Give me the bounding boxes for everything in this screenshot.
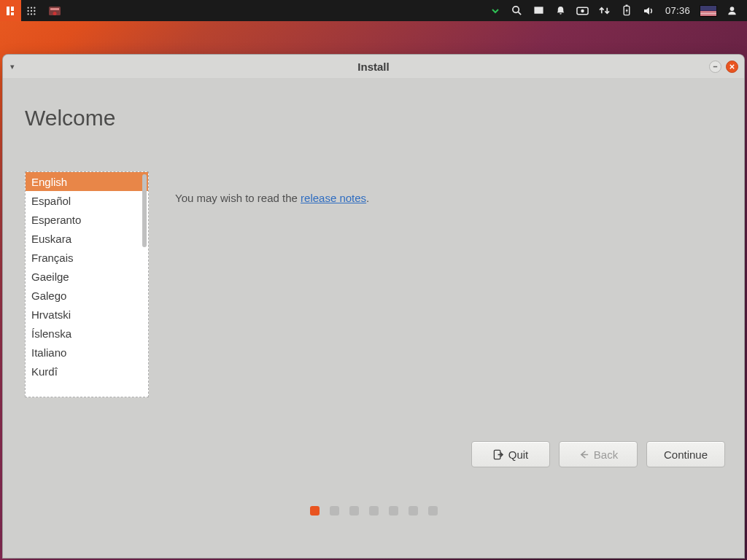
exit-icon (493, 449, 504, 460)
svg-point-5 (34, 7, 35, 8)
camera-icon[interactable] (576, 0, 589, 21)
back-button-label: Back (594, 448, 618, 461)
language-option[interactable]: Hrvatski (26, 305, 148, 324)
svg-point-19 (581, 9, 585, 12)
wizard-step-dot (409, 506, 418, 516)
window-titlebar: ▾ Install (3, 55, 744, 78)
language-option[interactable]: Íslenska (26, 324, 148, 343)
battery-icon[interactable] (620, 0, 633, 21)
svg-point-7 (31, 9, 32, 11)
system-top-bar: 07:36 (0, 0, 747, 21)
wizard-progress-dots (3, 506, 744, 516)
svg-rect-1 (11, 7, 14, 11)
svg-point-9 (27, 13, 28, 15)
notes-suffix: . (366, 192, 369, 204)
svg-point-15 (513, 7, 519, 12)
release-notes-link[interactable]: release notes (301, 192, 366, 204)
svg-rect-17 (535, 7, 543, 13)
keyboard-layout-flag[interactable] (700, 0, 716, 21)
svg-point-4 (31, 7, 32, 8)
svg-rect-14 (53, 12, 57, 15)
back-button[interactable]: Back (559, 441, 638, 467)
wizard-step-dot (369, 506, 379, 516)
svg-point-3 (27, 7, 28, 8)
language-option[interactable]: English (26, 172, 148, 191)
wizard-step-dot (310, 506, 320, 516)
wizard-step-dot (428, 506, 438, 516)
minimize-button[interactable] (709, 61, 721, 73)
language-option[interactable]: Gaeilge (26, 267, 148, 286)
window-menu-arrow-icon[interactable]: ▾ (3, 62, 22, 71)
language-option[interactable]: Euskara (26, 229, 148, 248)
quit-button-label: Quit (508, 448, 529, 461)
language-list-scrollbar[interactable] (142, 174, 147, 247)
language-option[interactable]: Italiano (26, 343, 148, 362)
svg-rect-21 (626, 4, 628, 6)
network-up-down-icon[interactable] (598, 0, 611, 21)
language-list[interactable]: EnglishEspañolEsperantoEuskaraFrançaisGa… (25, 171, 149, 397)
taskbar-app-icon[interactable] (44, 0, 65, 21)
language-option[interactable]: Kurdî (26, 362, 148, 381)
wizard-step-dot (389, 506, 398, 516)
svg-line-16 (519, 12, 522, 15)
language-option[interactable]: Esperanto (26, 210, 148, 229)
wizard-step-dot (330, 506, 339, 516)
volume-icon[interactable] (642, 0, 655, 21)
user-icon[interactable] (725, 0, 738, 21)
language-option[interactable]: Français (26, 248, 148, 267)
wizard-button-row: Quit Back Continue (471, 441, 725, 467)
continue-button-label: Continue (664, 448, 708, 461)
window-title: Install (3, 61, 744, 73)
notes-prefix: You may wish to read the (175, 192, 301, 204)
svg-point-6 (27, 9, 28, 11)
bell-icon[interactable] (554, 0, 568, 21)
svg-point-10 (31, 13, 32, 15)
language-option[interactable]: Español (26, 191, 148, 210)
quit-button[interactable]: Quit (471, 441, 550, 467)
svg-rect-0 (7, 7, 9, 15)
app-grid-icon[interactable] (21, 0, 42, 21)
page-heading: Welcome (25, 106, 725, 131)
svg-point-11 (34, 13, 35, 15)
install-window: ▾ Install Welcome EnglishEspañolEsperant… (2, 54, 745, 559)
workspace-icon[interactable] (533, 0, 546, 21)
chevron-down-icon[interactable] (489, 0, 502, 21)
continue-button[interactable]: Continue (646, 441, 725, 467)
search-icon[interactable] (511, 0, 524, 21)
release-notes-text: You may wish to read the release notes. (175, 171, 369, 204)
svg-point-22 (729, 7, 734, 11)
wizard-step-dot (349, 506, 359, 516)
close-button[interactable] (726, 61, 738, 73)
clock[interactable]: 07:36 (664, 5, 692, 16)
distro-launcher-icon[interactable] (0, 0, 21, 21)
language-option[interactable]: Galego (26, 286, 148, 305)
svg-rect-13 (50, 8, 59, 10)
svg-point-8 (34, 9, 35, 11)
arrow-left-icon (578, 449, 589, 460)
svg-rect-2 (11, 12, 14, 15)
